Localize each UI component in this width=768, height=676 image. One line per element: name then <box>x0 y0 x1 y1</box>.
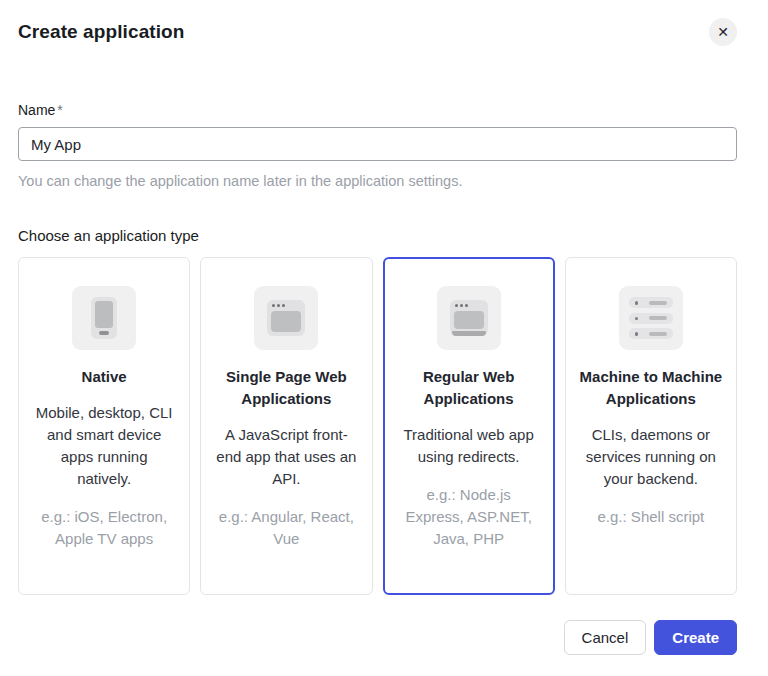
card-description: A JavaScript front-end app that uses an … <box>214 424 358 490</box>
card-examples: e.g.: Node.js Express, ASP.NET, Java, PH… <box>397 484 541 550</box>
modal-header: Create application ✕ <box>0 0 768 46</box>
card-examples: e.g.: iOS, Electron, Apple TV apps <box>32 506 176 550</box>
application-type-label: Choose an application type <box>18 227 737 244</box>
cancel-button[interactable]: Cancel <box>564 620 647 655</box>
application-type-cards: Native Mobile, desktop, CLI and smart de… <box>18 257 737 595</box>
card-description: CLIs, daemons or services running on you… <box>579 424 723 490</box>
card-title: Native <box>32 366 176 388</box>
card-title: Machine to Machine Applications <box>579 366 723 410</box>
mobile-phone-icon <box>72 286 136 350</box>
modal-title: Create application <box>18 21 185 43</box>
card-machine-to-machine[interactable]: Machine to Machine Applications CLIs, da… <box>565 257 737 595</box>
application-name-input[interactable] <box>18 127 737 161</box>
card-title: Single Page Web Applications <box>214 366 358 410</box>
card-examples: e.g.: Shell script <box>579 506 723 528</box>
server-stack-icon <box>619 286 683 350</box>
create-button[interactable]: Create <box>654 620 737 655</box>
card-title: Regular Web Applications <box>397 366 541 410</box>
close-button[interactable]: ✕ <box>709 18 737 46</box>
browser-window-icon <box>254 286 318 350</box>
close-icon: ✕ <box>717 25 729 39</box>
required-asterisk: * <box>57 102 62 118</box>
card-description: Traditional web app using redirects. <box>397 424 541 468</box>
card-single-page-web[interactable]: Single Page Web Applications A JavaScrip… <box>200 257 372 595</box>
browser-server-icon <box>437 286 501 350</box>
name-help-text: You can change the application name late… <box>18 173 737 189</box>
create-application-modal: Create application ✕ Name* You can chang… <box>0 0 768 676</box>
card-native[interactable]: Native Mobile, desktop, CLI and smart de… <box>18 257 190 595</box>
modal-footer: Cancel Create <box>564 620 737 655</box>
name-field-label: Name* <box>18 102 737 118</box>
card-examples: e.g.: Angular, React, Vue <box>214 506 358 550</box>
card-regular-web[interactable]: Regular Web Applications Traditional web… <box>383 257 555 595</box>
card-description: Mobile, desktop, CLI and smart device ap… <box>32 402 176 490</box>
